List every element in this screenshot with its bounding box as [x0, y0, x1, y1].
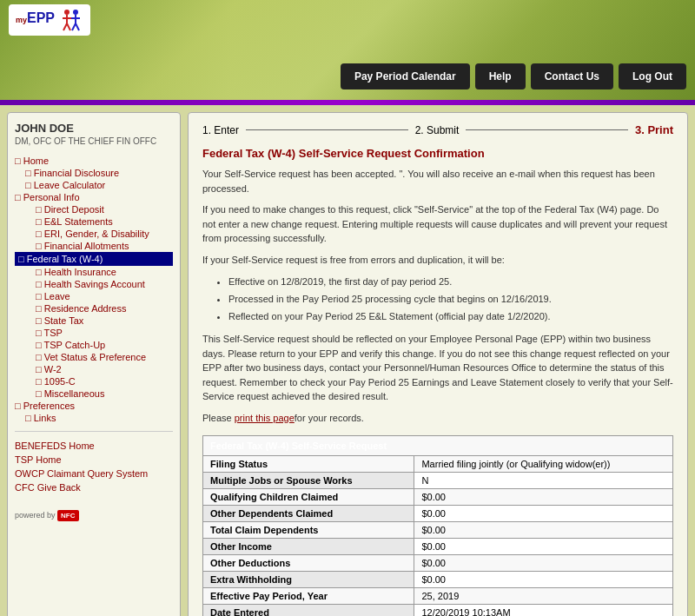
- help-button[interactable]: Help: [475, 63, 526, 89]
- sidebar-item-personal-info[interactable]: □ Personal Info: [15, 191, 173, 203]
- sidebar-divider: [15, 431, 173, 432]
- step-line-2: [466, 129, 628, 130]
- header: myEPP Pay Period Calendar Help Contact U…: [0, 0, 695, 100]
- sidebar-item-direct-deposit[interactable]: □ Direct Deposit: [15, 203, 173, 215]
- bullet-item: Reflected on your Pay Period 25 E&L Stat…: [228, 308, 673, 326]
- svg-line-9: [76, 23, 79, 30]
- steps-bar: 1. Enter 2. Submit 3. Print: [202, 123, 673, 136]
- powered-logo: NFC: [57, 510, 78, 521]
- table-row-label: Filing Status: [203, 456, 414, 473]
- table-row-value: $0.00: [414, 539, 673, 555]
- table-row: Filing StatusMarried filing jointly (or …: [203, 456, 673, 473]
- table-row: Other Income$0.00: [203, 539, 673, 555]
- sidebar-item-home[interactable]: □ Home: [15, 155, 173, 167]
- sidebar-external-links: BENEFEDS Home TSP Home OWCP Claimant Que…: [15, 440, 173, 493]
- table-row: Date Entered12/20/2019 10:13AM: [203, 605, 673, 616]
- request-table: Federal Tax (W-4) Self-Service Request F…: [202, 435, 673, 616]
- table-row: Other Deductions$0.00: [203, 555, 673, 572]
- sidebar-item-eri-gender-disability[interactable]: □ ERI, Gender, & Disability: [15, 228, 173, 240]
- table-row-value: $0.00: [414, 572, 673, 588]
- step-print: 3. Print: [635, 123, 673, 136]
- log-out-button[interactable]: Log Out: [619, 63, 686, 89]
- table-row: Other Dependents Claimed$0.00: [203, 506, 673, 522]
- table-row-value: Married filing jointly (or Qualifying wi…: [414, 456, 673, 473]
- main-content: JOHN DOE DM, OFC OF THE CHIEF FIN OFFC □…: [0, 105, 695, 616]
- sidebar-item-vet-status[interactable]: □ Vet Status & Preference: [15, 351, 173, 363]
- pay-period-calendar-button[interactable]: Pay Period Calendar: [341, 63, 470, 89]
- benefeds-home-link[interactable]: BENEFEDS Home: [15, 440, 173, 451]
- tsp-home-link[interactable]: TSP Home: [15, 454, 173, 465]
- logo-epp: EPP: [27, 10, 55, 25]
- sidebar-item-residence-address[interactable]: □ Residence Address: [15, 302, 173, 315]
- table-row-label: Date Entered: [203, 605, 414, 616]
- confirmation-para4: This Self-Service request should be refl…: [202, 332, 673, 404]
- table-row-value: 12/20/2019 10:13AM: [414, 605, 673, 616]
- confirmation-para3: If your Self-Service request is free fro…: [202, 253, 673, 268]
- table-row: Multiple Jobs or Spouse WorksN: [203, 473, 673, 489]
- confirmation-para2: If you need to make changes to this requ…: [202, 202, 673, 246]
- table-row: Qualifying Children Claimed$0.00: [203, 489, 673, 506]
- sidebar-item-financial-disclosure[interactable]: □ Financial Disclosure: [15, 167, 173, 179]
- step-enter: 1. Enter: [202, 124, 239, 136]
- svg-point-5: [73, 10, 78, 15]
- sidebar-item-health-insurance[interactable]: □ Health Insurance: [15, 266, 173, 278]
- table-row-label: Extra Withholding: [203, 572, 414, 588]
- table-row-value: N: [414, 473, 673, 489]
- nav-buttons: Pay Period Calendar Help Contact Us Log …: [341, 63, 686, 89]
- svg-line-8: [72, 23, 76, 30]
- table-row-label: Total Claim Dependents: [203, 522, 414, 539]
- table-row: Extra Withholding$0.00: [203, 572, 673, 588]
- sidebar-item-preferences[interactable]: □ Preferences: [15, 400, 173, 412]
- sidebar-item-links[interactable]: □ Links: [15, 412, 173, 424]
- table-row-label: Other Deductions: [203, 555, 414, 572]
- logo-figure-icon: [59, 8, 83, 32]
- table-row-value: $0.00: [414, 489, 673, 506]
- table-row-label: Other Dependents Claimed: [203, 506, 414, 522]
- table-title: Federal Tax (W-4) Self-Service Request: [203, 436, 673, 456]
- sidebar-item-w2[interactable]: □ W-2: [15, 363, 173, 375]
- table-row-label: Multiple Jobs or Spouse Works: [203, 473, 414, 489]
- sidebar-item-tsp-catch-up[interactable]: □ TSP Catch-Up: [15, 339, 173, 351]
- confirmation-bullets: Effective on 12/8/2019, the first day of…: [202, 274, 673, 325]
- sidebar-item-state-tax[interactable]: □ State Tax: [15, 315, 173, 327]
- sidebar-item-el-statements[interactable]: □ E&L Statements: [15, 215, 173, 228]
- step-line-1: [246, 129, 408, 130]
- svg-line-3: [63, 23, 67, 30]
- sidebar-item-leave-calculator[interactable]: □ Leave Calculator: [15, 179, 173, 191]
- table-row-label: Other Income: [203, 539, 414, 555]
- bullet-item: Processed in the Pay Period 25 processin…: [228, 291, 673, 308]
- powered-by: powered by NFC: [15, 510, 173, 521]
- logo-my: my: [16, 16, 27, 24]
- table-row-value: 25, 2019: [414, 588, 673, 605]
- contact-us-button[interactable]: Contact Us: [531, 63, 613, 89]
- table-row-value: $0.00: [414, 555, 673, 572]
- svg-point-0: [64, 10, 70, 15]
- print-this-page-link[interactable]: print this page: [235, 413, 295, 423]
- cfc-give-back-link[interactable]: CFC Give Back: [15, 482, 173, 493]
- table-row-label: Qualifying Children Claimed: [203, 489, 414, 506]
- logo-area: myEPP: [9, 4, 90, 36]
- confirmation-print-line: Please print this pagefor your records.: [202, 411, 673, 426]
- sidebar-user-dept: DM, OFC OF THE CHIEF FIN OFFC: [15, 136, 173, 146]
- sidebar-item-1095c[interactable]: □ 1095-C: [15, 375, 173, 387]
- table-row: Effective Pay Period, Year25, 2019: [203, 588, 673, 605]
- sidebar-item-health-savings-account[interactable]: □ Health Savings Account: [15, 278, 173, 290]
- sidebar-item-miscellaneous[interactable]: □ Miscellaneous: [15, 387, 173, 400]
- sidebar-user-name: JOHN DOE: [15, 122, 173, 135]
- table-row-label: Effective Pay Period, Year: [203, 588, 414, 605]
- right-content: 1. Enter 2. Submit 3. Print Federal Tax …: [188, 112, 688, 616]
- bullet-item: Effective on 12/8/2019, the first day of…: [228, 274, 673, 291]
- owcp-claimant-link[interactable]: OWCP Claimant Query System: [15, 468, 173, 479]
- sidebar-item-leave[interactable]: □ Leave: [15, 290, 173, 302]
- step-submit: 2. Submit: [415, 124, 460, 136]
- table-row-value: $0.00: [414, 522, 673, 539]
- sidebar: JOHN DOE DM, OFC OF THE CHIEF FIN OFFC □…: [7, 112, 181, 616]
- table-row: Total Claim Dependents$0.00: [203, 522, 673, 539]
- logo-box: myEPP: [9, 4, 90, 36]
- sidebar-item-financial-allotments[interactable]: □ Financial Allotments: [15, 240, 173, 252]
- sidebar-item-federal-tax-w4[interactable]: □ Federal Tax (W-4): [15, 252, 173, 266]
- sidebar-nav: □ Home □ Financial Disclosure □ Leave Ca…: [15, 155, 173, 424]
- table-row-value: $0.00: [414, 506, 673, 522]
- sidebar-item-tsp[interactable]: □ TSP: [15, 327, 173, 339]
- confirmation-para1: Your Self-Service request has been accep…: [202, 167, 673, 195]
